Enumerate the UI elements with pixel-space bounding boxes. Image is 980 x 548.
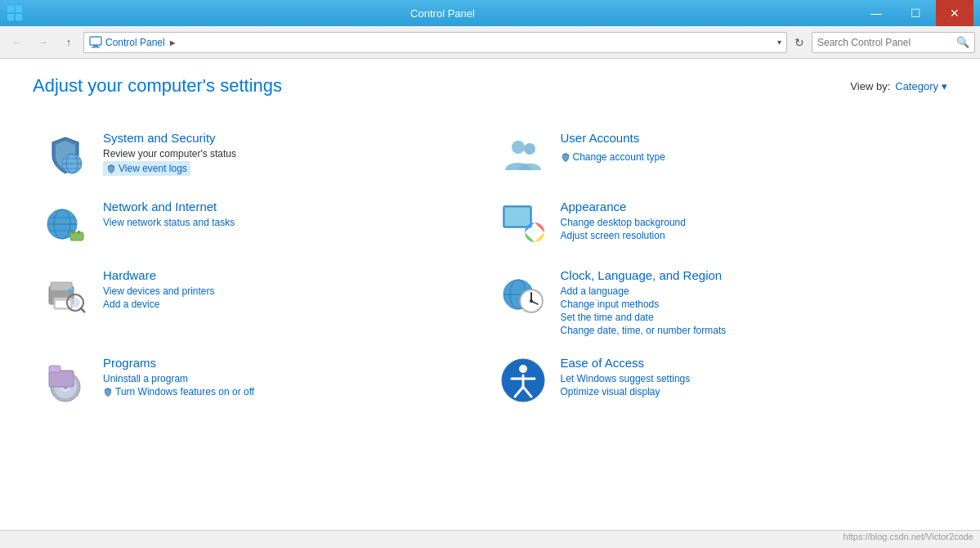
shield-icon-programs xyxy=(103,387,113,397)
suggest-settings-link[interactable]: Let Windows suggest settings xyxy=(561,373,940,384)
category-appearance[interactable]: Appearance Change desktop background Adj… xyxy=(490,190,948,258)
category-clock-language[interactable]: Clock, Language, and Region Add a langua… xyxy=(490,258,948,346)
ease-of-access-icon xyxy=(499,356,548,405)
system-security-icon xyxy=(41,131,90,180)
add-device-link[interactable]: Add a device xyxy=(103,299,482,310)
clock-language-icon xyxy=(499,268,548,317)
window-title: Control Panel xyxy=(28,7,857,20)
uninstall-program-link[interactable]: Uninstall a program xyxy=(103,373,482,384)
set-time-link[interactable]: Set the time and date xyxy=(561,312,940,323)
system-security-info: System and Security Review your computer… xyxy=(103,131,482,177)
clock-language-title[interactable]: Clock, Language, and Region xyxy=(561,268,940,282)
page-title: Adjust your computer's settings xyxy=(33,75,282,97)
user-accounts-info: User Accounts Change account type xyxy=(561,131,940,165)
svg-point-12 xyxy=(512,141,525,154)
svg-rect-6 xyxy=(92,47,100,48)
svg-rect-27 xyxy=(51,282,72,290)
svg-rect-5 xyxy=(93,45,98,47)
refresh-button[interactable]: ↻ xyxy=(790,34,808,52)
svg-rect-47 xyxy=(49,366,60,372)
programs-title[interactable]: Programs xyxy=(103,356,482,370)
programs-info: Programs Uninstall a program Turn Window… xyxy=(103,356,482,400)
appearance-title[interactable]: Appearance xyxy=(561,200,940,213)
windows-features-link[interactable]: Turn Windows features on or off xyxy=(103,386,254,398)
network-status-link[interactable]: View network status and tasks xyxy=(103,217,482,228)
user-accounts-icon xyxy=(499,131,548,180)
programs-icon xyxy=(41,356,90,405)
maximize-button[interactable]: ☐ xyxy=(897,0,934,26)
svg-rect-23 xyxy=(505,208,530,226)
main-content: Adjust your computer's settings View by:… xyxy=(0,59,980,530)
user-accounts-title[interactable]: User Accounts xyxy=(561,131,940,145)
svg-point-30 xyxy=(68,289,73,294)
address-bar[interactable]: Control Panel ► ▾ xyxy=(83,32,787,53)
toolbar: ← → ↑ Control Panel ► ▾ ↻ 🔍 xyxy=(0,26,980,59)
forward-button[interactable]: → xyxy=(31,31,54,54)
address-dropdown-arrow[interactable]: ▾ xyxy=(777,38,781,47)
categories-grid: System and Security Review your computer… xyxy=(33,121,947,415)
window-controls: — ☐ ✕ xyxy=(857,0,973,26)
system-security-desc: Review your computer's status xyxy=(103,148,482,159)
svg-point-41 xyxy=(530,299,533,303)
svg-rect-20 xyxy=(72,231,74,234)
breadcrumb-root: Control Panel xyxy=(105,37,165,48)
system-security-title[interactable]: System and Security xyxy=(103,131,482,145)
view-by-control: View by: Category ▾ xyxy=(850,80,947,92)
search-input[interactable] xyxy=(817,37,953,48)
app-icon xyxy=(7,5,23,21)
add-language-link[interactable]: Add a language xyxy=(561,285,940,297)
category-system-security[interactable]: System and Security Review your computer… xyxy=(33,121,490,190)
svg-point-32 xyxy=(70,298,80,308)
view-by-arrow: ▾ xyxy=(942,80,947,92)
svg-rect-0 xyxy=(7,6,14,12)
title-bar: Control Panel — ☐ ✕ xyxy=(0,0,980,26)
search-icon[interactable]: 🔍 xyxy=(956,36,969,48)
svg-point-13 xyxy=(524,143,535,155)
page-header: Adjust your computer's settings View by:… xyxy=(33,75,947,97)
svg-rect-2 xyxy=(7,14,14,20)
ease-of-access-info: Ease of Access Let Windows suggest setti… xyxy=(561,356,940,398)
hardware-info: Hardware View devices and printers Add a… xyxy=(103,268,482,310)
desktop-background-link[interactable]: Change desktop background xyxy=(561,217,940,228)
hardware-title[interactable]: Hardware xyxy=(103,268,482,282)
network-internet-title[interactable]: Network and Internet xyxy=(103,200,482,213)
view-event-logs-link[interactable]: View event logs xyxy=(103,161,190,176)
minimize-button[interactable]: — xyxy=(857,0,895,26)
status-bar xyxy=(0,530,980,548)
svg-rect-1 xyxy=(16,6,22,12)
network-internet-icon xyxy=(41,200,90,249)
shield-icon xyxy=(106,164,116,173)
svg-rect-21 xyxy=(78,231,80,234)
category-network-internet[interactable]: Network and Internet View network status… xyxy=(33,190,490,258)
address-bar-icon xyxy=(89,36,102,49)
category-ease-of-access[interactable]: Ease of Access Let Windows suggest setti… xyxy=(490,346,948,415)
category-hardware[interactable]: Hardware View devices and printers Add a… xyxy=(33,258,490,346)
view-by-value: Category xyxy=(895,80,938,92)
svg-point-49 xyxy=(519,365,527,373)
back-button[interactable]: ← xyxy=(5,31,28,54)
clock-language-info: Clock, Language, and Region Add a langua… xyxy=(561,268,940,336)
shield-icon-user xyxy=(561,152,571,162)
svg-rect-3 xyxy=(16,14,22,20)
close-button[interactable]: ✕ xyxy=(936,0,973,26)
watermark: https://blog.csdn.net/Victor2code xyxy=(844,532,973,541)
appearance-icon xyxy=(499,200,548,249)
view-by-dropdown[interactable]: Category ▾ xyxy=(895,80,947,92)
category-user-accounts[interactable]: User Accounts Change account type xyxy=(490,121,948,190)
up-button[interactable]: ↑ xyxy=(57,31,80,54)
visual-display-link[interactable]: Optimize visual display xyxy=(561,386,940,398)
svg-line-33 xyxy=(80,308,85,312)
svg-point-25 xyxy=(531,229,538,236)
ease-of-access-title[interactable]: Ease of Access xyxy=(561,356,940,370)
search-box[interactable]: 🔍 xyxy=(812,32,975,53)
svg-rect-4 xyxy=(90,37,101,45)
category-programs[interactable]: Programs Uninstall a program Turn Window… xyxy=(33,346,490,415)
appearance-info: Appearance Change desktop background Adj… xyxy=(561,200,940,241)
network-internet-info: Network and Internet View network status… xyxy=(103,200,482,228)
change-account-type-link[interactable]: Change account type xyxy=(561,151,665,163)
date-formats-link[interactable]: Change date, time, or number formats xyxy=(561,325,940,336)
screen-resolution-link[interactable]: Adjust screen resolution xyxy=(561,230,940,241)
devices-printers-link[interactable]: View devices and printers xyxy=(103,285,482,297)
view-by-label: View by: xyxy=(850,80,890,92)
input-methods-link[interactable]: Change input methods xyxy=(561,299,940,310)
